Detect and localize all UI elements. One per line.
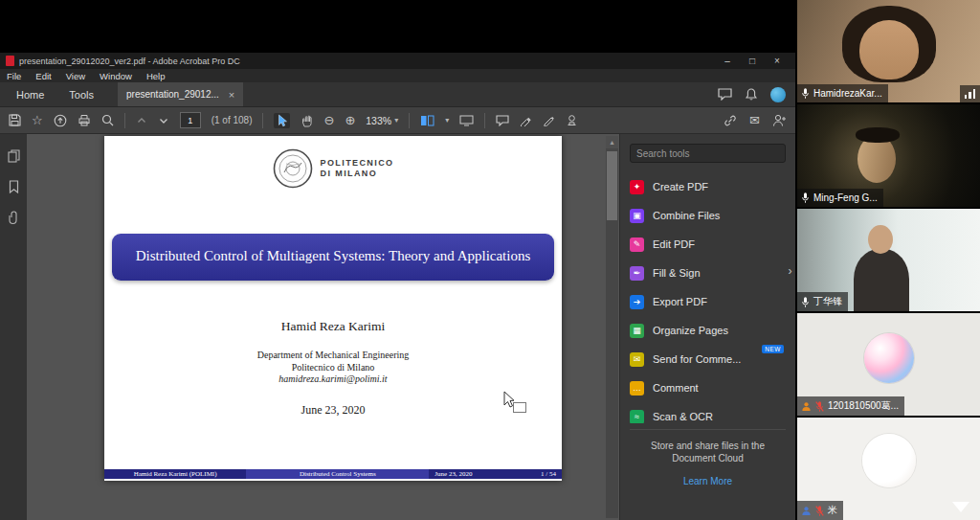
notifications-bell-icon[interactable]	[746, 88, 757, 101]
participant-tile-5[interactable]: 米	[797, 418, 980, 520]
participant-name: Ming-Feng G...	[813, 192, 878, 203]
menu-view[interactable]: View	[66, 71, 85, 81]
new-badge: NEW	[762, 345, 784, 353]
email-icon[interactable]: ✉	[749, 114, 760, 126]
learn-more-link[interactable]: Learn More	[630, 476, 786, 486]
divider	[484, 113, 485, 128]
tools-search-input[interactable]	[630, 144, 786, 163]
chevron-down-icon[interactable]: ▾	[445, 116, 449, 124]
participant-nameplate: 丁华锋	[797, 292, 848, 311]
feedback-bubble-icon[interactable]	[718, 88, 732, 101]
participant-tile-4[interactable]: 1201810500葛...	[797, 313, 980, 416]
participant-tile-1[interactable]: HamidrezaKar...	[797, 0, 980, 102]
slide-title: Distributed Control of Multiagent System…	[130, 246, 536, 266]
panel-collapse-chevron-icon[interactable]: ›	[785, 257, 795, 285]
footer-title: Distributed Control Systems	[246, 469, 429, 479]
tool-item-create-pdf[interactable]: ✦ Create PDF	[630, 172, 786, 201]
participant-name: 丁华锋	[813, 295, 842, 308]
page-view-icon[interactable]	[420, 115, 434, 126]
participant-name: 米	[828, 504, 837, 517]
next-page-icon[interactable]	[158, 115, 169, 126]
tools-panel: ✦ Create PDF ▣ Combine Files ✎ Edit PDF …	[619, 134, 795, 520]
combine-files-icon: ▣	[630, 209, 644, 223]
page-number-input[interactable]	[180, 112, 201, 128]
tool-item-export-pdf[interactable]: ➔ Export PDF	[630, 287, 786, 316]
pen-tool-icon[interactable]	[543, 114, 555, 126]
tool-item-edit-pdf[interactable]: ✎ Edit PDF	[630, 230, 786, 259]
previous-page-icon[interactable]	[136, 115, 147, 126]
zoom-level-value: 133%	[366, 115, 391, 126]
maximize-button[interactable]: □	[740, 53, 765, 69]
slide-university: Politecnico di Milano	[104, 362, 562, 374]
attachments-paperclip-icon[interactable]	[9, 211, 18, 225]
slide-date: June 23, 2020	[104, 403, 562, 418]
bookmarks-icon[interactable]	[9, 180, 19, 193]
edit-pdf-icon: ✎	[630, 237, 644, 252]
pdf-file-icon	[6, 56, 14, 66]
main-toolbar: ☆ (1 of 108)	[0, 107, 795, 134]
print-icon[interactable]	[78, 114, 91, 126]
highlight-tool-icon[interactable]	[520, 114, 532, 126]
tab-home[interactable]: Home	[4, 82, 56, 106]
mic-icon	[801, 87, 810, 100]
participants-collapse-button[interactable]	[952, 502, 969, 512]
participant-nameplate: 1201810500葛...	[797, 396, 904, 416]
scroll-up-icon[interactable]: ▴	[606, 136, 618, 148]
mic-muted-icon	[815, 400, 824, 413]
page-count-label: (1 of 108)	[212, 115, 253, 125]
participant-nameplate: HamidrezaKar...	[797, 84, 888, 102]
polimi-seal-icon	[273, 148, 313, 189]
footer-author: Hamid Reza Karimi (POLIMI)	[104, 469, 246, 479]
vertical-scrollbar[interactable]: ▴	[606, 136, 618, 518]
comment-tool-icon[interactable]	[496, 115, 509, 126]
select-tool-icon[interactable]	[274, 113, 290, 128]
participant-name: HamidrezaKar...	[813, 88, 882, 99]
menu-help[interactable]: Help	[146, 71, 166, 81]
hand-tool-icon[interactable]	[301, 114, 313, 127]
add-user-icon[interactable]	[772, 114, 787, 126]
tab-close-icon[interactable]: ×	[229, 89, 234, 101]
tool-item-send-for-comments[interactable]: ✉ Send for Comme... NEW	[630, 345, 786, 373]
participant-tile-3[interactable]: 丁华锋	[797, 209, 980, 311]
share-icon[interactable]	[54, 114, 67, 127]
zoom-in-icon[interactable]: ⊕	[345, 114, 355, 126]
save-icon[interactable]	[9, 114, 21, 126]
menu-file[interactable]: File	[7, 71, 21, 81]
zoom-level-dropdown[interactable]: 133% ▾	[366, 115, 398, 126]
logo-text-line2: DI MILANO	[321, 169, 394, 179]
account-avatar[interactable]	[770, 87, 786, 102]
tool-item-fill-sign[interactable]: ✒ Fill & Sign	[630, 259, 786, 287]
participant-tile-2[interactable]: Ming-Feng G...	[797, 104, 980, 207]
pdf-page: POLITECNICO DI MILANO Distributed Contro…	[104, 136, 562, 481]
close-button[interactable]: ×	[765, 53, 790, 69]
zoom-out-icon[interactable]: ⊖	[323, 114, 334, 126]
chevron-down-icon: ▾	[394, 116, 398, 124]
document-viewport[interactable]: POLITECNICO DI MILANO Distributed Contro…	[27, 134, 619, 520]
minimize-button[interactable]: –	[715, 53, 740, 69]
favorites-star-icon[interactable]: ☆	[32, 114, 43, 126]
paste-preview-box	[513, 402, 526, 413]
reading-mode-icon[interactable]	[459, 115, 474, 126]
participant-nameplate: 米	[797, 501, 843, 520]
tool-item-comment[interactable]: … Comment	[630, 373, 786, 402]
scrollbar-thumb[interactable]	[607, 151, 617, 220]
tool-item-scan-ocr[interactable]: ≈ Scan & OCR	[630, 402, 786, 423]
tab-tools[interactable]: Tools	[56, 82, 106, 106]
participant-name: 1201810500葛...	[828, 399, 899, 413]
left-rail	[0, 134, 27, 520]
divider	[409, 113, 410, 128]
avatar	[864, 333, 914, 383]
comment-icon: …	[630, 381, 644, 396]
stamp-tool-icon[interactable]	[566, 114, 578, 126]
audio-level-icon	[960, 85, 980, 102]
link-icon[interactable]	[724, 114, 737, 127]
tool-item-combine-files[interactable]: ▣ Combine Files	[630, 201, 786, 230]
organize-pages-icon: ▦	[630, 324, 644, 338]
menu-edit[interactable]: Edit	[35, 71, 51, 81]
page-thumbnails-icon[interactable]	[8, 149, 20, 163]
tool-item-organize-pages[interactable]: ▦ Organize Pages	[630, 316, 786, 345]
search-icon[interactable]	[101, 114, 114, 126]
divider	[630, 429, 786, 430]
menu-window[interactable]: Window	[100, 71, 132, 81]
tab-document[interactable]: presentation_29012... ×	[118, 82, 243, 106]
